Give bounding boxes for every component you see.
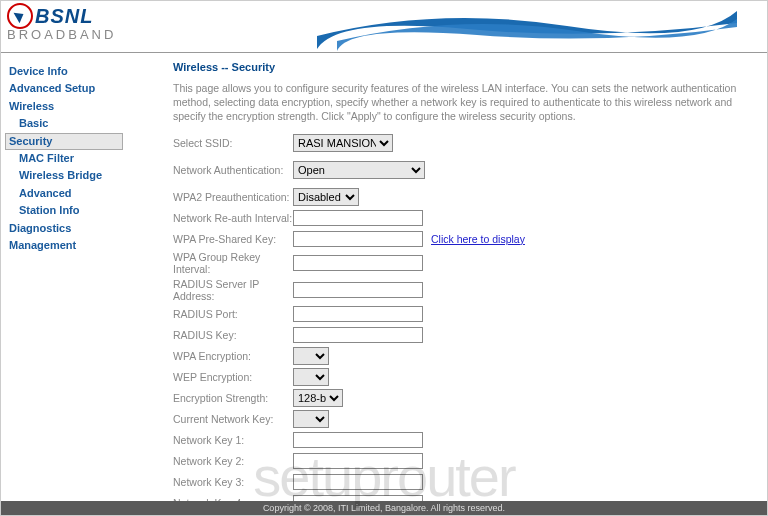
brand-sub: BROADBAND	[7, 27, 116, 42]
preauth-select[interactable]: Disabled	[293, 188, 359, 206]
radius-port-label: RADIUS Port:	[173, 308, 293, 320]
wpa-enc-select[interactable]	[293, 347, 329, 365]
ssid-select[interactable]: RASI MANSION	[293, 134, 393, 152]
page-title: Wireless -- Security	[173, 61, 757, 73]
radius-key-input[interactable]	[293, 327, 423, 343]
nav-mac-filter[interactable]: MAC Filter	[5, 150, 123, 167]
psk-input[interactable]	[293, 231, 423, 247]
radius-ip-input[interactable]	[293, 282, 423, 298]
enc-strength-label: Encryption Strength:	[173, 392, 293, 404]
header-swoosh	[317, 1, 737, 53]
footer: Copyright © 2008, ITI Limited, Bangalore…	[1, 501, 767, 515]
psk-display-link[interactable]: Click here to display	[431, 233, 525, 245]
key3-input[interactable]	[293, 474, 423, 490]
nav-advanced-setup[interactable]: Advanced Setup	[5, 80, 123, 97]
rekey-label: WPA Group Rekey Interval:	[173, 251, 293, 275]
nav-diagnostics[interactable]: Diagnostics	[5, 220, 123, 237]
psk-label: WPA Pre-Shared Key:	[173, 233, 293, 245]
key1-label: Network Key 1:	[173, 434, 293, 446]
main: Device Info Advanced Setup Wireless Basi…	[1, 53, 767, 501]
key2-label: Network Key 2:	[173, 455, 293, 467]
radius-ip-label: RADIUS Server IP Address:	[173, 278, 293, 302]
key1-input[interactable]	[293, 432, 423, 448]
radius-key-label: RADIUS Key:	[173, 329, 293, 341]
nav-wireless[interactable]: Wireless	[5, 98, 123, 115]
content: Wireless -- Security This page allows yo…	[127, 53, 767, 501]
key2-input[interactable]	[293, 453, 423, 469]
nav-basic[interactable]: Basic	[5, 115, 123, 132]
nav-wireless-bridge[interactable]: Wireless Bridge	[5, 167, 123, 184]
reauth-input[interactable]	[293, 210, 423, 226]
cur-key-label: Current Network Key:	[173, 413, 293, 425]
header: BSNL BROADBAND	[1, 1, 767, 53]
nav-station-info[interactable]: Station Info	[5, 202, 123, 219]
logo-icon	[7, 3, 33, 29]
auth-label: Network Authentication:	[173, 164, 293, 176]
logo: BSNL BROADBAND	[7, 3, 116, 42]
preauth-label: WPA2 Preauthentication:	[173, 191, 293, 203]
wep-enc-select[interactable]	[293, 368, 329, 386]
nav-device-info[interactable]: Device Info	[5, 63, 123, 80]
page-description: This page allows you to configure securi…	[173, 81, 757, 124]
auth-select[interactable]: Open	[293, 161, 425, 179]
nav-management[interactable]: Management	[5, 237, 123, 254]
sidebar: Device Info Advanced Setup Wireless Basi…	[1, 53, 127, 501]
nav-security[interactable]: Security	[5, 133, 123, 150]
key3-label: Network Key 3:	[173, 476, 293, 488]
ssid-label: Select SSID:	[173, 137, 293, 149]
wep-enc-label: WEP Encryption:	[173, 371, 293, 383]
wpa-enc-label: WPA Encryption:	[173, 350, 293, 362]
enc-strength-select[interactable]: 128-bit	[293, 389, 343, 407]
reauth-label: Network Re-auth Interval:	[173, 212, 293, 224]
brand-name: BSNL	[35, 5, 93, 28]
radius-port-input[interactable]	[293, 306, 423, 322]
nav-advanced[interactable]: Advanced	[5, 185, 123, 202]
cur-key-select[interactable]	[293, 410, 329, 428]
rekey-input[interactable]	[293, 255, 423, 271]
